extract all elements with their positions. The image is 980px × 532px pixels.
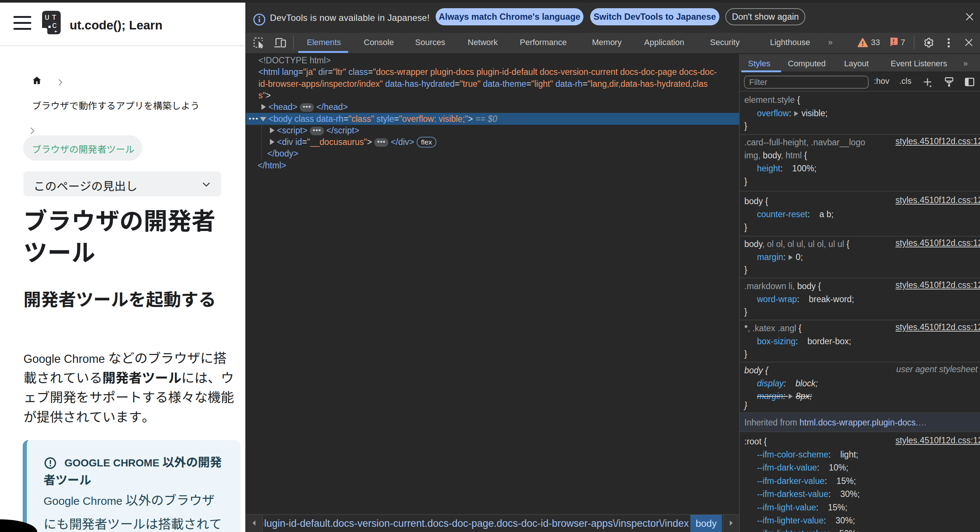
svg-text:U: U: [45, 13, 49, 22]
svg-text:T: T: [52, 13, 57, 22]
svg-text:C: C: [52, 22, 57, 30]
